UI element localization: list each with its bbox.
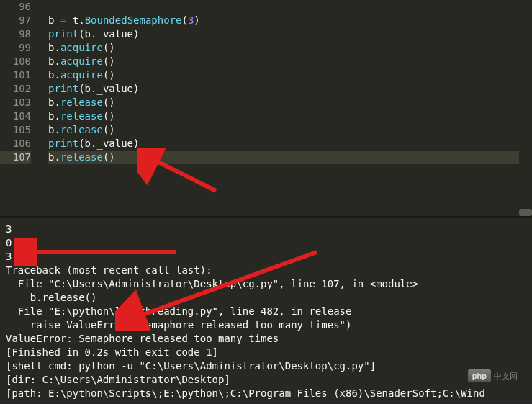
code-token: print (48, 83, 78, 94)
line-number: 104 (0, 109, 31, 123)
code-token: ) (109, 124, 114, 135)
code-line[interactable]: b.acquire() (48, 55, 532, 68)
code-token: _value (96, 138, 133, 149)
code-editor-pane[interactable]: 96979899100101102103104105106107 b = t.B… (0, 0, 532, 216)
code-token: ) (109, 110, 114, 122)
console-line: 0 (6, 236, 526, 250)
console-line: ValueError: Semaphore released too many … (6, 332, 526, 346)
code-token: . (54, 55, 60, 67)
minimap-scrollbar[interactable] (519, 0, 532, 216)
code-line[interactable] (48, 0, 532, 14)
code-token: _value (96, 28, 133, 40)
code-token: b (85, 138, 91, 149)
console-line: 3 (6, 223, 526, 236)
code-token: _value (96, 83, 133, 94)
code-token: acquire (60, 42, 103, 53)
code-token: ) (109, 151, 114, 163)
code-content-area[interactable]: b = t.BoundedSemaphore(3)print(b._value)… (40, 0, 532, 216)
code-line[interactable]: b.release() (48, 96, 532, 109)
console-line: Traceback (most recent call last): (6, 264, 526, 277)
line-number: 103 (0, 96, 31, 109)
code-token: ) (133, 28, 139, 40)
line-number: 105 (0, 123, 31, 137)
code-token: release (60, 96, 103, 108)
line-number: 100 (0, 55, 31, 68)
console-output-pane[interactable]: 303Traceback (most recent call last): Fi… (0, 218, 532, 404)
code-token (66, 14, 72, 26)
line-number: 98 (0, 27, 31, 41)
console-line: [dir: C:\Users\Administrator\Desktop] (6, 373, 526, 387)
code-token: . (54, 110, 60, 122)
code-token: . (54, 151, 60, 163)
code-token: ) (109, 42, 114, 53)
code-token: . (54, 124, 60, 135)
code-token: print (48, 138, 78, 149)
code-token: ) (194, 14, 199, 26)
code-token: t (73, 14, 78, 26)
code-token: release (60, 151, 103, 163)
console-line: File "C:\Users\Administrator\Desktop\cg.… (6, 277, 526, 291)
code-token: ) (109, 96, 114, 108)
code-line[interactable]: print(b._value) (48, 137, 532, 151)
code-line[interactable]: print(b._value) (48, 27, 532, 41)
line-number: 96 (0, 0, 31, 14)
code-token: b (85, 83, 91, 94)
code-token: . (78, 14, 84, 26)
console-line: [path: E:\python\Scripts\;E:\python\;C:\… (6, 387, 526, 400)
code-token: BoundedSemaphore (85, 14, 182, 26)
code-token: ( (78, 138, 84, 149)
code-line[interactable]: b.acquire() (48, 68, 532, 82)
line-number: 106 (0, 137, 31, 151)
minimap-thumb[interactable] (519, 209, 532, 216)
code-token: release (60, 110, 103, 122)
watermark: php 中文网 (468, 369, 518, 382)
code-token: ) (109, 69, 114, 81)
line-number: 97 (0, 14, 31, 27)
code-token: ) (133, 138, 139, 149)
code-token: . (54, 96, 60, 108)
code-token: release (60, 124, 103, 135)
watermark-text: 中文网 (494, 371, 518, 382)
code-token: b (85, 28, 91, 40)
line-number: 107 (0, 151, 31, 164)
code-line[interactable]: print(b._value) (48, 82, 532, 96)
code-token: ( (181, 14, 187, 26)
code-line[interactable]: b.release() (48, 109, 532, 123)
code-token: . (54, 69, 60, 81)
watermark-badge: php (468, 369, 491, 382)
console-line: File "E:\python\lib\threading.py", line … (6, 305, 526, 318)
code-token: ( (78, 28, 84, 40)
code-token: acquire (60, 69, 103, 81)
line-number: 99 (0, 41, 31, 55)
console-line: b.release() (6, 291, 526, 305)
line-number: 102 (0, 82, 31, 96)
line-number: 101 (0, 68, 31, 82)
console-line: [Finished in 0.2s with exit code 1] (6, 346, 526, 359)
console-line: 3 (6, 250, 526, 264)
code-token: ) (133, 83, 139, 94)
code-token (54, 14, 60, 26)
code-token: print (48, 28, 78, 40)
code-token: acquire (60, 55, 103, 67)
console-line: [shell_cmd: python -u "C:\Users\Administ… (6, 359, 526, 373)
code-token: . (54, 42, 60, 53)
code-line[interactable]: b.acquire() (48, 41, 532, 55)
console-line: raise ValueError("Semaphore released too… (6, 318, 526, 332)
line-number-gutter: 96979899100101102103104105106107 (0, 0, 40, 216)
code-token: ) (109, 55, 114, 67)
code-line[interactable]: b = t.BoundedSemaphore(3) (48, 14, 532, 27)
code-line[interactable]: b.release() (48, 123, 532, 137)
code-token: ( (78, 83, 84, 94)
code-line[interactable]: b.release() (48, 151, 532, 164)
